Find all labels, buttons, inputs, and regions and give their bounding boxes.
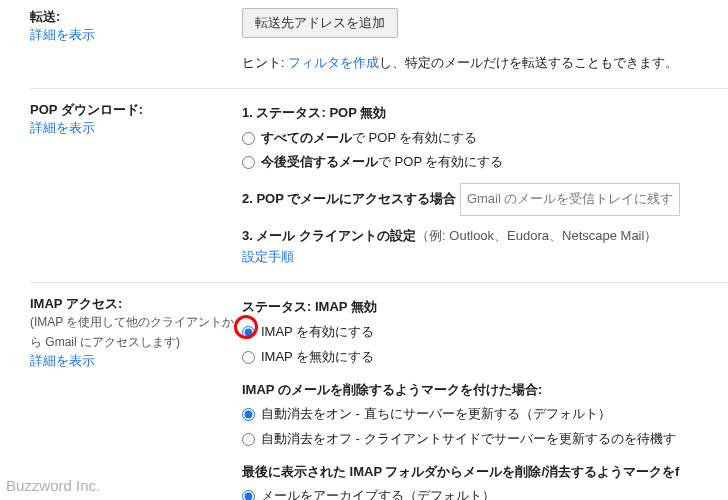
pop-status-label: 1. ステータス: [242,105,329,120]
pop-status-value: POP 無効 [329,105,386,120]
pop-future-prefix: 今後受信するメール [261,154,378,169]
pop-title: POP ダウンロード: [30,101,242,119]
imap-disable-label: IMAP を無効にする [261,345,374,370]
imap-status-label: ステータス: [242,299,315,314]
imap-autodel-off-radio[interactable] [242,433,255,446]
pop-access-select[interactable]: Gmail のメールを受信トレイに残す [460,183,681,216]
imap-autodel-on-label: 自動消去をオン - 直ちにサーバーを更新する（デフォルト） [261,402,611,427]
imap-title: IMAP アクセス: [30,295,242,313]
pop-setup-link[interactable]: 設定手順 [242,249,294,264]
pop-enable-all-radio[interactable] [242,132,255,145]
forwarding-title: 転送: [30,8,242,26]
imap-enable-label: IMAP を有効にする [261,320,374,345]
pop-detail-link[interactable]: 詳細を表示 [30,120,95,135]
create-filter-link[interactable]: フィルタを作成 [288,55,379,70]
hint-suffix: し、特定のメールだけを転送することもできます。 [379,55,678,70]
imap-last-title: 最後に表示された IMAP フォルダからメールを削除/消去するようマークをf [242,460,728,485]
imap-status-value: IMAP 無効 [315,299,377,314]
pop-all-prefix: すべてのメール [261,130,352,145]
hint-prefix: ヒント: [242,55,288,70]
imap-autodel-off-label: 自動消去をオフ - クライアントサイドでサーバーを更新するのを待機す [261,427,676,452]
pop-step2-label: 2. POP でメールにアクセスする場合 [242,191,456,206]
pop-all-suffix: で POP を有効にする [352,130,477,145]
forwarding-detail-link[interactable]: 詳細を表示 [30,27,95,42]
imap-subtitle-2: ら Gmail にアクセスします) [30,333,242,352]
imap-archive-radio[interactable] [242,490,255,500]
imap-enable-radio[interactable] [242,326,255,339]
imap-detail-link[interactable]: 詳細を表示 [30,353,95,368]
imap-autodel-on-radio[interactable] [242,408,255,421]
add-forwarding-address-button[interactable]: 転送先アドレスを追加 [242,8,398,38]
imap-section: IMAP アクセス: (IMAP を使用して他のクライアントか ら Gmail … [30,283,728,500]
imap-archive-label: メールをアーカイブする（デフォルト） [261,484,495,500]
pop-enable-future-radio[interactable] [242,156,255,169]
pop-step3-label: 3. メール クライアントの設定 [242,228,416,243]
watermark-text: Buzzword Inc. [6,477,100,494]
imap-disable-radio[interactable] [242,351,255,364]
pop-section: POP ダウンロード: 詳細を表示 1. ステータス: POP 無効 すべてのメ… [30,89,728,283]
pop-step3-example: （例: Outlook、Eudora、Netscape Mail） [416,228,657,243]
imap-delete-title: IMAP のメールを削除するようマークを付けた場合: [242,378,728,403]
forwarding-section: 転送: 詳細を表示 転送先アドレスを追加 ヒント: フィルタを作成し、特定のメー… [30,8,728,89]
imap-subtitle-1: (IMAP を使用して他のクライアントか [30,313,242,332]
pop-future-suffix: で POP を有効にする [378,154,503,169]
